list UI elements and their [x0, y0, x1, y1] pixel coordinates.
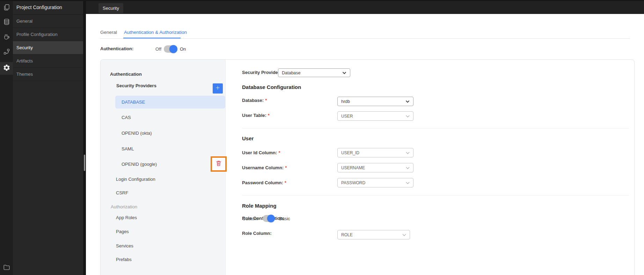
required-asterisk: *	[278, 150, 280, 155]
nav-item-pages[interactable]: Pages	[116, 229, 129, 235]
folder-icon	[3, 263, 10, 273]
authentication-toggle-on-label: On	[180, 46, 186, 52]
database-select[interactable]: hrdb	[337, 97, 414, 106]
role-column-value: ROLE	[341, 232, 353, 237]
add-security-provider-button[interactable]	[213, 83, 223, 94]
app-window: Project Configuration General Profile Co…	[0, 0, 644, 275]
sidebar-item-security[interactable]: Security	[13, 41, 83, 54]
nav-provider-database[interactable]: DATABASE	[115, 96, 225, 109]
password-column-value: PASSWORD	[341, 180, 365, 185]
authentication-toggle-thumb[interactable]	[169, 45, 177, 53]
section-heading-role-mapping: Role Mapping	[242, 203, 276, 209]
tab-general[interactable]: General	[100, 30, 117, 35]
nav-item-csrf[interactable]: CSRF	[116, 190, 128, 196]
rail-item-pages[interactable]	[0, 2, 13, 14]
role-column-label: Role Column:	[242, 231, 272, 236]
delete-provider-annotation-highlight[interactable]	[211, 156, 227, 172]
nav-section-authentication: Authentication	[110, 72, 142, 77]
rail-item-settings[interactable]	[0, 62, 13, 75]
nav-item-prefabs[interactable]: Prefabs	[116, 257, 132, 263]
chevron-down-icon	[406, 150, 410, 155]
required-asterisk: *	[285, 165, 287, 170]
sidebar-item-artifacts[interactable]: Artifacts	[13, 54, 83, 68]
sidebar-item-profile-configuration[interactable]: Profile Configuration	[13, 28, 83, 41]
plus-icon	[215, 85, 220, 92]
sidebar-title: Project Configuration	[13, 0, 83, 15]
role-configuration-toggle-thumb[interactable]	[267, 215, 275, 222]
icon-rail	[0, 0, 13, 275]
required-asterisk: *	[268, 113, 270, 118]
security-provider-value: Database	[282, 70, 301, 75]
sidebar-item-general[interactable]: General	[13, 15, 83, 28]
java-services-icon	[3, 33, 10, 42]
nav-item-services[interactable]: Services	[116, 243, 133, 249]
chevron-down-icon	[406, 180, 410, 185]
rail-item-orchestration[interactable]	[0, 46, 13, 59]
required-asterisk: *	[285, 180, 286, 185]
username-column-value: USERNAME	[341, 165, 365, 170]
database-icon	[3, 18, 10, 27]
section-heading-user: User	[242, 135, 254, 141]
database-label: Database:*	[242, 98, 267, 103]
user-id-column-value: USER_ID	[341, 150, 359, 155]
user-table-label: User Table:*	[242, 113, 270, 118]
role-column-select[interactable]: ROLE	[337, 230, 410, 239]
pages-icon	[3, 3, 10, 13]
nav-provider-openid-okta[interactable]: OPENID (okta)	[122, 130, 152, 136]
chevron-down-icon	[405, 99, 410, 104]
username-column-label: Username Column:*	[242, 165, 287, 170]
section-heading-database-configuration: Database Configuration	[242, 84, 301, 90]
security-nav-panel: Authentication Security Providers DATABA…	[101, 60, 226, 275]
user-id-column-label: User Id Column:*	[242, 150, 280, 155]
user-id-column-select[interactable]: USER_ID	[337, 148, 414, 157]
section-divider	[242, 195, 629, 195]
chevron-down-icon	[406, 165, 410, 170]
user-table-select[interactable]: USER	[337, 111, 414, 121]
tab-authentication-authorization[interactable]: Authentication & Authorization	[124, 30, 187, 35]
username-column-select[interactable]: USERNAME	[337, 163, 414, 172]
topbar-tab-security[interactable]: Security	[98, 3, 123, 13]
authentication-toggle-off-label: Off	[155, 46, 161, 52]
nav-item-login-configuration[interactable]: Login Configuration	[116, 176, 155, 183]
role-toggle-custom-label: Custom	[242, 216, 258, 221]
rail-item-java-services[interactable]	[0, 31, 13, 44]
sidebar-item-themes[interactable]: Themes	[13, 68, 83, 81]
role-configuration-toggle[interactable]	[263, 215, 275, 222]
nav-provider-cas[interactable]: CAS	[122, 114, 131, 121]
database-value: hrdb	[341, 99, 350, 104]
user-table-value: USER	[341, 114, 353, 119]
tabs-divider	[100, 38, 630, 39]
nav-provider-saml[interactable]: SAML	[122, 146, 134, 152]
role-toggle-basic-label: Basic	[279, 216, 290, 221]
password-column-select[interactable]: PASSWORD	[337, 178, 414, 187]
password-column-label: Password Column:*	[242, 180, 286, 185]
rail-item-files[interactable]	[0, 262, 13, 274]
security-provider-label: Security Provider	[242, 70, 280, 75]
orchestration-icon	[3, 48, 10, 57]
nav-item-app-roles[interactable]: App Roles	[116, 215, 137, 221]
settings-gear-icon	[3, 64, 10, 73]
rail-item-database[interactable]	[0, 16, 13, 29]
top-edge-strip	[0, 0, 644, 1]
trash-icon	[215, 160, 222, 168]
nav-security-providers-header: Security Providers	[116, 83, 156, 88]
nav-section-authorization: Authorization	[111, 204, 137, 209]
required-asterisk: *	[265, 98, 267, 103]
chevron-down-icon	[406, 114, 410, 119]
security-settings-page: General Authentication & Authorization A…	[86, 14, 644, 275]
sidebar-scrollbar-thumb[interactable]	[84, 155, 85, 171]
role-configuration-toggle-group: Custom Basic	[242, 215, 290, 222]
section-divider	[242, 128, 629, 128]
chevron-down-icon	[342, 70, 346, 75]
nav-provider-database-label: DATABASE	[122, 96, 145, 109]
editor-topbar: Security	[86, 0, 644, 14]
project-configuration-sidebar: Project Configuration General Profile Co…	[13, 0, 83, 275]
authentication-toggle-label: Authentication:	[100, 46, 133, 51]
authentication-settings-card: Authentication Security Providers DATABA…	[100, 59, 635, 275]
chevron-down-icon	[402, 232, 406, 237]
sidebar-scrollbar-track	[83, 0, 86, 275]
security-provider-select[interactable]: Database	[278, 68, 350, 77]
nav-provider-openid-google[interactable]: OPENID (google)	[122, 161, 157, 168]
